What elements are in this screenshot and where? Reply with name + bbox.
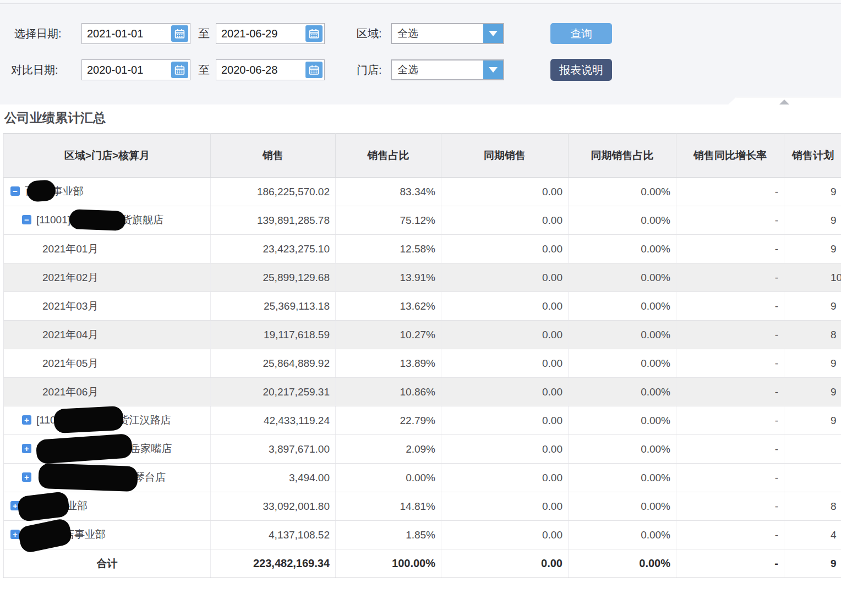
compare-end-field bbox=[216, 59, 325, 80]
data-cell: 0.00% bbox=[569, 464, 676, 492]
data-cell: 14.81% bbox=[336, 492, 441, 521]
row-label: 2021年06月 bbox=[42, 386, 98, 398]
chevron-up-icon bbox=[779, 100, 789, 105]
row-label: 合计 bbox=[97, 558, 118, 569]
data-cell: 0.00 bbox=[441, 321, 569, 349]
calendar-icon[interactable] bbox=[171, 62, 188, 78]
summary-table: 区域>门店>核算月销售销售占比同期销售同期销售占比销售同比增长率销售计划 −百事… bbox=[3, 133, 841, 578]
region-select[interactable]: 全选 bbox=[391, 23, 504, 44]
region-label: 区域: bbox=[357, 23, 382, 44]
data-cell: 1.85% bbox=[336, 521, 441, 549]
table-total-row: 合计223,482,169.34100.00%0.000.00%-9 bbox=[4, 549, 841, 578]
table-row: 2021年02月25,899,129.6813.91%0.000.00%-10 bbox=[4, 263, 841, 292]
data-cell: 13.91% bbox=[336, 263, 441, 292]
data-cell: 0.00% bbox=[569, 521, 676, 549]
row-label-cell: −[11001]货旗舰店 bbox=[4, 206, 211, 235]
table-row: 2021年05月25,864,889.9213.89%0.000.00%-9 bbox=[4, 349, 841, 378]
data-cell: 2.09% bbox=[336, 435, 441, 464]
column-header: 销售 bbox=[211, 134, 336, 178]
data-cell: 0.00 bbox=[441, 492, 569, 521]
column-header: 销售计划 bbox=[784, 134, 841, 178]
data-cell: 9 bbox=[784, 549, 841, 578]
compare-end-input[interactable] bbox=[216, 64, 305, 76]
dropdown-button[interactable] bbox=[483, 24, 503, 43]
date-to-separator: 至 bbox=[198, 59, 210, 80]
data-cell: 0.00% bbox=[569, 492, 676, 521]
data-cell: 0.00% bbox=[569, 321, 676, 349]
row-label-cell: −百事业部 bbox=[4, 178, 211, 206]
query-button[interactable]: 查询 bbox=[550, 23, 612, 44]
expand-icon[interactable]: + bbox=[10, 530, 20, 539]
store-select[interactable]: 全选 bbox=[391, 59, 504, 80]
data-cell: 0.00 bbox=[441, 263, 569, 292]
expand-icon[interactable]: + bbox=[22, 415, 31, 425]
row-label-cell: +琴台店 bbox=[4, 464, 211, 492]
row-label-cell: 合计 bbox=[4, 549, 211, 578]
data-cell: 0.00 bbox=[441, 292, 569, 321]
data-cell: 3,494.00 bbox=[211, 464, 336, 492]
calendar-icon bbox=[308, 64, 320, 76]
data-cell: 0.00 bbox=[441, 406, 569, 435]
row-label: 2021年01月 bbox=[42, 243, 98, 255]
table-row: 2021年06月20,217,259.3110.86%0.000.00%-9 bbox=[4, 378, 841, 406]
compare-start-input[interactable] bbox=[82, 64, 171, 76]
data-cell: 0.00 bbox=[441, 464, 569, 492]
chevron-down-icon bbox=[489, 67, 498, 73]
end-date-input[interactable] bbox=[216, 28, 305, 40]
data-cell: 0.00 bbox=[441, 435, 569, 464]
store-label: 门店: bbox=[357, 59, 382, 80]
data-cell: 9 bbox=[784, 235, 841, 263]
calendar-icon[interactable] bbox=[305, 25, 323, 42]
data-cell: 25,864,889.92 bbox=[211, 349, 336, 378]
collapse-panel-handle[interactable] bbox=[728, 97, 841, 105]
data-cell: - bbox=[676, 206, 784, 235]
row-label-cell: +[岳家嘴店 bbox=[4, 435, 211, 464]
expand-icon[interactable]: + bbox=[22, 444, 31, 453]
row-label-cell: +[110货江汉路店 bbox=[4, 406, 211, 435]
data-cell: - bbox=[676, 464, 784, 492]
start-date-field bbox=[81, 23, 190, 44]
table-row: −百事业部186,225,570.0283.34%0.000.00%-9 bbox=[4, 178, 841, 206]
data-cell: 0.00 bbox=[441, 521, 569, 549]
data-cell: - bbox=[676, 492, 784, 521]
redaction-blob bbox=[17, 517, 73, 553]
calendar-icon[interactable] bbox=[171, 25, 188, 42]
row-label: 2021年04月 bbox=[42, 329, 98, 340]
report-info-button[interactable]: 报表说明 bbox=[550, 59, 612, 81]
row-label-cell: +业部 bbox=[4, 492, 211, 521]
data-cell: 0.00 bbox=[441, 178, 569, 206]
data-cell: 9 bbox=[784, 206, 841, 235]
calendar-icon[interactable] bbox=[305, 62, 323, 78]
collapse-icon[interactable]: − bbox=[10, 186, 20, 196]
collapse-icon[interactable]: − bbox=[22, 215, 31, 224]
data-cell: - bbox=[676, 549, 784, 578]
data-cell: 42,433,119.24 bbox=[211, 406, 336, 435]
calendar-icon bbox=[174, 28, 185, 40]
data-cell: 0.00 bbox=[441, 349, 569, 378]
row-label: 事业部 bbox=[52, 185, 84, 197]
data-cell: 0.00% bbox=[569, 263, 676, 292]
data-cell: - bbox=[676, 292, 784, 321]
data-cell: 0.00 bbox=[441, 206, 569, 235]
expand-icon[interactable]: + bbox=[22, 472, 31, 482]
data-cell: 0.00 bbox=[441, 378, 569, 406]
data-cell: 19,117,618.59 bbox=[211, 321, 336, 349]
data-cell: - bbox=[676, 321, 784, 349]
data-cell: 0.00% bbox=[569, 292, 676, 321]
table-header-row: 区域>门店>核算月销售销售占比同期销售同期销售占比销售同比增长率销售计划 bbox=[4, 134, 841, 178]
table-row: +业部33,092,001.8014.81%0.000.00%-8 bbox=[4, 492, 841, 521]
data-cell: 4,137,108.52 bbox=[211, 521, 336, 549]
start-date-input[interactable] bbox=[82, 28, 171, 40]
data-cell: 10.27% bbox=[336, 321, 441, 349]
table-row: +琴台店3,494.000.00%0.000.00%- bbox=[4, 464, 841, 492]
row-label-cell: 2021年03月 bbox=[4, 292, 211, 321]
compare-start-field bbox=[81, 59, 190, 80]
top-border-strip bbox=[0, 0, 841, 4]
data-cell: 9 bbox=[784, 406, 841, 435]
column-header: 销售同比增长率 bbox=[676, 134, 784, 178]
data-cell bbox=[784, 464, 841, 492]
data-cell: 0.00 bbox=[441, 235, 569, 263]
dropdown-button[interactable] bbox=[483, 61, 503, 79]
page-title: 公司业绩累计汇总 bbox=[4, 109, 106, 127]
date-to-separator: 至 bbox=[198, 23, 210, 44]
